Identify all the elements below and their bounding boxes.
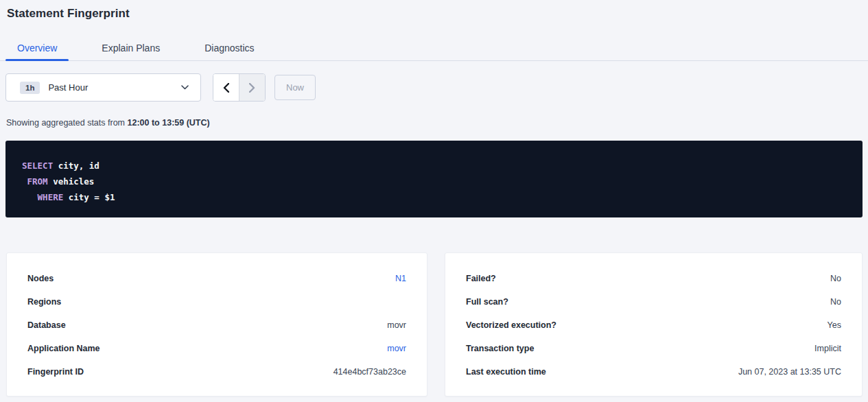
last-execution-time-value: Jun 07, 2023 at 13:35 UTC [738, 367, 841, 377]
row-application-name: Application Name movr [27, 337, 406, 360]
sql-line: SELECT city, id [22, 158, 846, 174]
execution-attributes-card: Failed? No Full scan? No Vectorized exec… [445, 252, 863, 397]
vectorized-execution-value: Yes [828, 320, 841, 330]
row-fingerprint-id: Fingerprint ID 414e4bcf73ab23ce [27, 360, 406, 383]
row-vectorized-execution: Vectorized execution? Yes [466, 314, 841, 337]
time-toolbar: 1h Past Hour Now [5, 73, 316, 102]
summary-prefix: Showing aggregated stats from [6, 118, 125, 128]
sql-statement-box: SELECT city, id FROM vehicles WHERE city… [5, 141, 863, 217]
summary-time-range: 12:00 to 13:59 (UTC) [128, 118, 210, 128]
nodes-value-link[interactable]: N1 [395, 274, 406, 283]
row-failed: Failed? No [466, 267, 841, 290]
page-title: Statement Fingerprint [7, 7, 130, 21]
next-interval-button[interactable] [239, 74, 265, 101]
transaction-type-value: Implicit [814, 344, 841, 353]
interval-label: Past Hour [48, 82, 181, 93]
tab-bar: OverviewExplain PlansDiagnostics [0, 36, 868, 61]
tab-explain-plans[interactable]: Explain Plans [90, 36, 172, 60]
tab-diagnostics[interactable]: Diagnostics [193, 36, 266, 60]
statement-fingerprint-page: Statement Fingerprint OverviewExplain Pl… [0, 0, 868, 402]
now-button[interactable]: Now [274, 75, 316, 100]
full-scan-value: No [830, 297, 841, 307]
chevron-down-icon [181, 85, 189, 90]
tab-overview[interactable]: Overview [5, 36, 69, 60]
row-regions: Regions [27, 290, 406, 314]
statement-details-card: Nodes N1 Regions Database movr Applicati… [6, 252, 427, 397]
chevron-right-icon [249, 83, 255, 93]
row-last-execution-time: Last execution time Jun 07, 2023 at 13:3… [466, 360, 841, 383]
sql-line: WHERE city = $1 [22, 189, 846, 205]
time-step-buttons [213, 73, 266, 102]
previous-interval-button[interactable] [213, 74, 239, 101]
row-transaction-type: Transaction type Implicit [466, 337, 841, 360]
time-interval-select[interactable]: 1h Past Hour [5, 73, 201, 102]
fingerprint-id-value: 414e4bcf73ab23ce [333, 367, 406, 377]
row-full-scan: Full scan? No [466, 290, 841, 314]
aggregated-stats-summary: Showing aggregated stats from 12:00 to 1… [6, 118, 210, 128]
row-database: Database movr [27, 314, 406, 337]
database-value: movr [387, 320, 406, 330]
sql-line: FROM vehicles [22, 174, 846, 189]
application-name-value-link[interactable]: movr [387, 344, 406, 353]
chevron-left-icon [223, 83, 229, 93]
interval-badge: 1h [20, 82, 40, 94]
row-nodes: Nodes N1 [27, 267, 406, 290]
failed-value: No [830, 274, 841, 283]
